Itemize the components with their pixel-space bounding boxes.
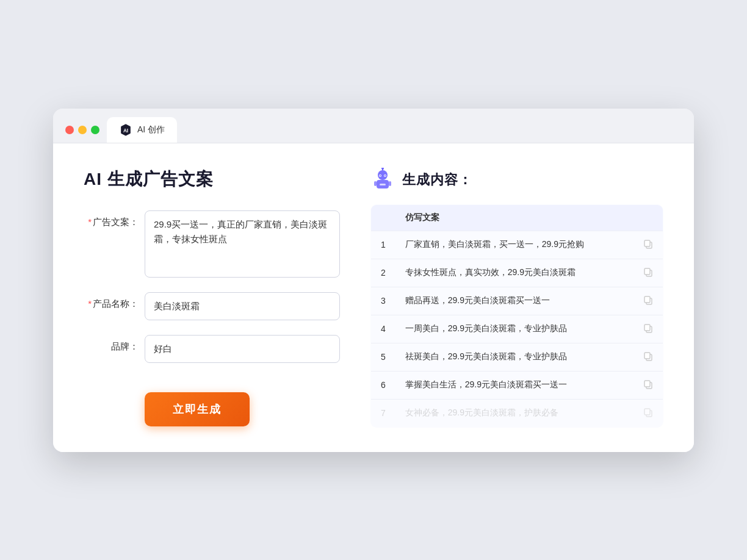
copy-button[interactable]: [633, 287, 663, 315]
browser-titlebar: AI AI 创作: [53, 109, 694, 143]
row-text: 厂家直销，美白淡斑霜，买一送一，29.9元抢购: [395, 231, 633, 259]
table-row: 1厂家直销，美白淡斑霜，买一送一，29.9元抢购: [371, 231, 663, 259]
robot-icon: [370, 168, 395, 192]
col-header-text: 仿写文案: [395, 204, 633, 231]
row-text: 祛斑美白，29.9元美白淡斑霜，专业护肤品: [395, 343, 633, 371]
ai-tab-icon: AI: [119, 123, 132, 137]
browser-window: AI AI 创作 AI 生成广告文案 *广告文案： *产品名称：: [53, 109, 694, 452]
copy-button[interactable]: [633, 259, 663, 287]
row-text: 一周美白，29.9元美白淡斑霜，专业护肤品: [395, 315, 633, 343]
copy-button[interactable]: [633, 315, 663, 343]
svg-rect-12: [389, 181, 391, 186]
brand-group: 品牌：: [84, 335, 340, 363]
row-text: 女神必备，29.9元美白淡斑霜，护肤必备: [395, 399, 633, 427]
product-name-input[interactable]: [145, 292, 340, 320]
svg-rect-20: [644, 325, 650, 331]
generate-button[interactable]: 立即生成: [145, 392, 250, 426]
row-number: 1: [371, 231, 395, 259]
svg-rect-8: [380, 184, 386, 185]
ad-required-mark: *: [88, 217, 92, 227]
svg-rect-11: [374, 181, 377, 186]
row-text: 掌握美白生活，29.9元美白淡斑霜买一送一: [395, 371, 633, 399]
result-table-body: 1厂家直销，美白淡斑霜，买一送一，29.9元抢购 2专抹女性斑点，真实功效，29…: [371, 231, 663, 427]
svg-point-6: [380, 175, 381, 176]
row-text: 专抹女性斑点，真实功效，29.9元美白淡斑霜: [395, 259, 633, 287]
svg-rect-14: [644, 240, 650, 246]
table-row: 6掌握美白生活，29.9元美白淡斑霜买一送一: [371, 371, 663, 399]
table-row: 5祛斑美白，29.9元美白淡斑霜，专业护肤品: [371, 343, 663, 371]
ad-copy-label: *广告文案：: [84, 210, 139, 228]
page-title: AI 生成广告文案: [84, 168, 340, 191]
svg-rect-16: [644, 268, 650, 275]
close-button[interactable]: [65, 126, 74, 134]
copy-button[interactable]: [633, 371, 663, 399]
row-text: 赠品再送，29.9元美白淡斑霜买一送一: [395, 287, 633, 315]
product-name-group: *产品名称：: [84, 292, 340, 320]
right-panel: 生成内容： 仿写文案 1厂家直销，美白淡斑霜，买一送一，29.9元抢购 2专抹女…: [370, 168, 663, 428]
result-title: 生成内容：: [402, 171, 472, 189]
svg-rect-26: [644, 409, 650, 415]
svg-rect-22: [644, 353, 650, 359]
table-row: 2专抹女性斑点，真实功效，29.9元美白淡斑霜: [371, 259, 663, 287]
table-row: 7女神必备，29.9元美白淡斑霜，护肤必备: [371, 399, 663, 427]
row-number: 6: [371, 371, 395, 399]
col-header-num: [371, 204, 395, 231]
col-header-copy: [633, 204, 663, 231]
result-table: 仿写文案 1厂家直销，美白淡斑霜，买一送一，29.9元抢购 2专抹女性斑点，真实…: [370, 204, 663, 428]
svg-point-7: [384, 175, 386, 176]
result-header: 生成内容：: [370, 168, 663, 192]
svg-text:AI: AI: [123, 127, 128, 133]
row-number: 2: [371, 259, 395, 287]
table-row: 3赠品再送，29.9元美白淡斑霜买一送一: [371, 287, 663, 315]
row-number: 7: [371, 399, 395, 427]
browser-content: AI 生成广告文案 *广告文案： *产品名称： 品牌：: [53, 143, 694, 452]
svg-rect-18: [644, 296, 650, 303]
maximize-button[interactable]: [91, 126, 99, 134]
row-number: 4: [371, 315, 395, 343]
minimize-button[interactable]: [78, 126, 87, 134]
copy-button[interactable]: [633, 231, 663, 259]
copy-button[interactable]: [633, 399, 663, 427]
browser-tab[interactable]: AI AI 创作: [107, 117, 177, 143]
svg-rect-24: [644, 381, 650, 387]
table-row: 4一周美白，29.9元美白淡斑霜，专业护肤品: [371, 315, 663, 343]
copy-button[interactable]: [633, 343, 663, 371]
product-name-label: *产品名称：: [84, 292, 139, 310]
result-table-head: 仿写文案: [371, 204, 663, 231]
row-number: 5: [371, 343, 395, 371]
tab-label: AI 创作: [137, 124, 165, 135]
left-panel: AI 生成广告文案 *广告文案： *产品名称： 品牌：: [84, 168, 340, 428]
row-number: 3: [371, 287, 395, 315]
brand-label: 品牌：: [84, 335, 139, 353]
svg-point-10: [381, 168, 384, 170]
ad-copy-group: *广告文案：: [84, 210, 340, 278]
brand-input[interactable]: [145, 335, 340, 363]
product-required-mark: *: [88, 298, 92, 309]
traffic-lights: [65, 126, 99, 143]
ad-copy-input[interactable]: [145, 210, 340, 278]
